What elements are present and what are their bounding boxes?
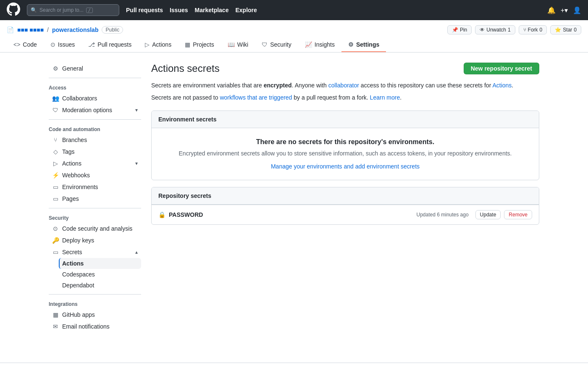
update-secret-button[interactable]: Update — [475, 210, 501, 219]
wiki-icon: 📖 — [228, 41, 235, 48]
secret-name-password: PASSWORD — [169, 211, 413, 218]
fork-button[interactable]: ⑂ Fork 0 — [519, 25, 547, 34]
fork-icon: ⑂ — [523, 27, 526, 33]
star-button[interactable]: ⭐ Star 0 — [550, 25, 581, 34]
chevron-down-icon-actions: ▾ — [135, 161, 138, 166]
sidebar-item-secrets-dependabot[interactable]: Dependabot — [59, 280, 141, 291]
people-icon: 👥 — [52, 95, 59, 102]
navbar-pull-requests[interactable]: Pull requests — [126, 7, 163, 13]
search-shortcut: / — [86, 8, 93, 13]
sidebar-item-pages[interactable]: ▭ Pages — [49, 193, 141, 205]
new-repository-secret-button[interactable]: New repository secret — [464, 63, 539, 74]
remove-secret-button[interactable]: Remove — [504, 210, 532, 219]
repo-nav-tabs: <> Code ⊙ Issues ⎇ Pull requests ▷ Actio… — [7, 38, 581, 52]
sidebar-item-environments[interactable]: ▭ Environments — [49, 181, 141, 193]
sidebar-item-github-apps[interactable]: ▦ GitHub apps — [49, 309, 141, 321]
pr-icon: ⎇ — [88, 41, 95, 48]
actions-icon: ▷ — [145, 41, 150, 48]
navbar-explore[interactable]: Explore — [235, 7, 257, 13]
workflows-triggered-link[interactable]: workflows that are triggered — [220, 94, 292, 101]
tab-wiki[interactable]: 📖 Wiki — [221, 38, 255, 52]
sidebar-item-general[interactable]: ⚙ General — [49, 63, 141, 74]
environment-secrets-empty-desc: Encrypted environment secrets allow you … — [158, 149, 532, 158]
sidebar-divider-4 — [49, 294, 141, 295]
page-title: Actions secrets — [151, 63, 220, 74]
notifications-icon[interactable]: 🔔 — [547, 6, 556, 14]
secret-updated-password: Updated 6 minutes ago — [417, 212, 469, 218]
repository-secrets-box: Repository secrets 🔒 PASSWORD Updated 6 … — [151, 187, 539, 225]
search-bar[interactable]: 🔍 Search or jump to... / — [27, 4, 119, 16]
key-icon: 🔑 — [52, 237, 59, 244]
star-count: 0 — [574, 27, 577, 33]
environment-secrets-empty-title: There are no secrets for this repository… — [158, 138, 532, 146]
search-icon: 🔍 — [31, 7, 37, 13]
fork-count: 0 — [540, 27, 543, 33]
add-icon[interactable]: +▾ — [561, 6, 568, 14]
tab-projects[interactable]: ▦ Projects — [178, 38, 221, 52]
repository-secrets-header: Repository secrets — [152, 187, 539, 205]
chevron-up-icon: ▴ — [135, 249, 138, 255]
chevron-down-icon: ▾ — [135, 107, 138, 113]
manage-environments-link[interactable]: Manage your environments and add environ… — [271, 163, 420, 170]
tab-insights[interactable]: 📈 Insights — [298, 38, 341, 52]
learn-more-link[interactable]: Learn more — [370, 94, 400, 101]
tab-security[interactable]: 🛡 Security — [255, 38, 298, 52]
actions-link[interactable]: Actions — [492, 82, 512, 89]
projects-icon: ▦ — [185, 41, 190, 48]
insights-icon: 📈 — [305, 41, 312, 48]
sidebar-item-webhooks[interactable]: ⚡ Webhooks — [49, 169, 141, 181]
code-security-icon: ⊙ — [52, 225, 59, 232]
search-placeholder: Search or jump to... — [39, 7, 84, 13]
sidebar-item-branches[interactable]: ⑂ Branches — [49, 134, 141, 146]
tab-actions[interactable]: ▷ Actions — [138, 38, 178, 52]
main-content: Actions secrets New repository secret Se… — [151, 63, 539, 336]
sidebar-item-secrets-actions[interactable]: Actions — [59, 258, 141, 269]
environment-secrets-box: Environment secrets There are no secrets… — [151, 111, 539, 180]
tab-pull-requests[interactable]: ⎇ Pull requests — [81, 38, 138, 52]
sidebar-item-moderation[interactable]: 🛡 Moderation options ▾ — [49, 104, 141, 116]
avatar[interactable]: 👤 — [573, 6, 581, 14]
star-icon: ⭐ — [555, 27, 561, 33]
sidebar-item-deploy-keys[interactable]: 🔑 Deploy keys — [49, 234, 141, 246]
repo-visibility-badge: Public — [102, 26, 123, 34]
tab-issues[interactable]: ⊙ Issues — [44, 38, 81, 52]
actions-nav-icon: ▷ — [52, 160, 59, 167]
navbar-issues[interactable]: Issues — [170, 7, 188, 13]
apps-icon: ▦ — [52, 311, 59, 318]
sidebar-item-email-notifications[interactable]: ✉ Email notifications — [49, 321, 141, 332]
sidebar-divider-2 — [49, 119, 141, 120]
sidebar-item-secrets-codespaces[interactable]: Codespaces — [59, 269, 141, 280]
navbar-links: Pull requests Issues Marketplace Explore — [126, 7, 257, 13]
info-text-2: Secrets are not passed to workflows that… — [151, 93, 539, 102]
security-icon: 🛡 — [262, 41, 268, 48]
repo-owner-link[interactable]: ■■■ ■■■■ — [17, 26, 44, 33]
gear-icon: ⚙ — [52, 65, 59, 72]
sidebar-item-tags[interactable]: ◇ Tags — [49, 146, 141, 158]
repo-name-link[interactable]: poweractionslab — [52, 26, 98, 33]
secrets-icon: ▭ — [52, 249, 59, 255]
sidebar-item-actions[interactable]: ▷ Actions ▾ — [49, 158, 141, 169]
secret-row-password: 🔒 PASSWORD Updated 6 minutes ago Update … — [152, 205, 539, 224]
branches-icon: ⑂ — [52, 137, 59, 143]
code-icon: <> — [13, 41, 20, 48]
issues-icon: ⊙ — [50, 41, 55, 48]
repo-action-buttons: 📌 Pin 👁 Unwatch 1 ⑂ Fork 0 ⭐ Star 0 — [447, 25, 581, 34]
pin-button[interactable]: 📌 Pin — [447, 25, 472, 34]
collaborator-link[interactable]: collaborator — [328, 82, 359, 89]
sidebar-security-section: Security ⊙ Code security and analysis 🔑 … — [49, 212, 141, 291]
tab-settings[interactable]: ⚙ Settings — [341, 38, 386, 52]
email-icon: ✉ — [52, 323, 59, 330]
sidebar-divider-1 — [49, 78, 141, 78]
navbar-marketplace[interactable]: Marketplace — [195, 7, 229, 13]
watch-button[interactable]: 👁 Unwatch 1 — [475, 25, 515, 34]
environment-secrets-header: Environment secrets — [152, 111, 539, 128]
sidebar-item-code-security[interactable]: ⊙ Code security and analysis — [49, 223, 141, 234]
sidebar-secrets-subitems: Actions Codespaces Dependabot — [59, 258, 141, 291]
info-text-1: Secrets are environment variables that a… — [151, 81, 539, 90]
content-header: Actions secrets New repository secret — [151, 63, 539, 74]
github-logo-icon[interactable] — [7, 3, 20, 18]
sidebar-code-section: Code and automation ⑂ Branches ◇ Tags ▷ … — [49, 123, 141, 205]
tab-code[interactable]: <> Code — [7, 38, 44, 52]
sidebar-item-secrets[interactable]: ▭ Secrets ▴ — [49, 246, 141, 258]
sidebar-item-collaborators[interactable]: 👥 Collaborators — [49, 92, 141, 104]
